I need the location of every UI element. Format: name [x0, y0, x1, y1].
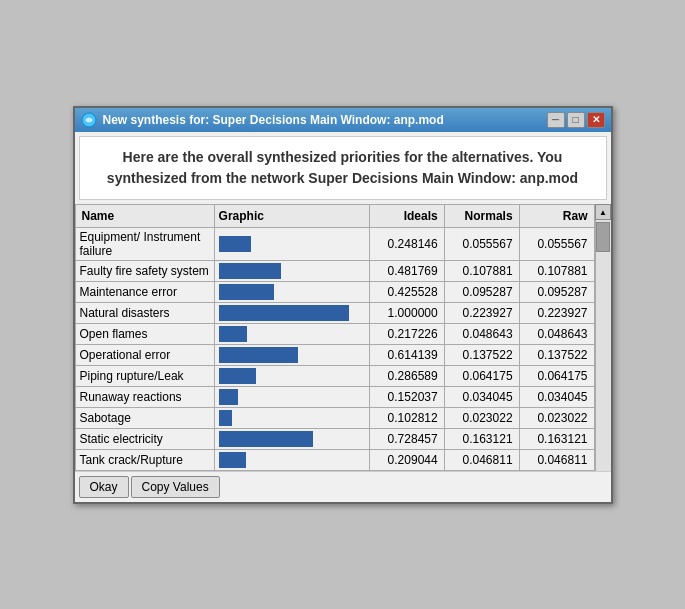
cell-ideals: 0.481769 [369, 260, 444, 281]
cell-normals: 0.163121 [444, 428, 519, 449]
cell-name: Runaway reactions [75, 386, 214, 407]
cell-name: Static electricity [75, 428, 214, 449]
bar-container [219, 368, 349, 384]
app-icon [81, 112, 97, 128]
bar-container [219, 305, 349, 321]
bar-container [219, 431, 349, 447]
priority-bar [219, 410, 232, 426]
cell-ideals: 0.152037 [369, 386, 444, 407]
cell-name: Operational error [75, 344, 214, 365]
cell-normals: 0.023022 [444, 407, 519, 428]
cell-bar [214, 227, 369, 260]
cell-bar [214, 344, 369, 365]
bar-container [219, 263, 349, 279]
bar-container [219, 347, 349, 363]
minimize-button[interactable]: ─ [547, 112, 565, 128]
cell-normals: 0.107881 [444, 260, 519, 281]
scroll-thumb[interactable] [596, 222, 610, 252]
table-row: Piping rupture/Leak0.2865890.0641750.064… [75, 365, 594, 386]
window-title: New synthesis for: Super Decisions Main … [103, 113, 444, 127]
cell-raw: 0.064175 [519, 365, 594, 386]
cell-name: Natural disasters [75, 302, 214, 323]
bar-container [219, 410, 349, 426]
cell-ideals: 0.286589 [369, 365, 444, 386]
table-row: Equipment/ Instrument failure0.2481460.0… [75, 227, 594, 260]
priority-bar [219, 368, 256, 384]
bar-container [219, 284, 349, 300]
cell-name: Faulty fire safety system [75, 260, 214, 281]
table-row: Sabotage0.1028120.0230220.023022 [75, 407, 594, 428]
cell-normals: 0.034045 [444, 386, 519, 407]
cell-ideals: 0.209044 [369, 449, 444, 470]
cell-ideals: 0.217226 [369, 323, 444, 344]
titlebar: New synthesis for: Super Decisions Main … [75, 108, 611, 132]
cell-raw: 0.163121 [519, 428, 594, 449]
table-row: Tank crack/Rupture0.2090440.0468110.0468… [75, 449, 594, 470]
cell-ideals: 0.248146 [369, 227, 444, 260]
cell-name: Open flames [75, 323, 214, 344]
col-header-raw: Raw [519, 204, 594, 227]
header-wrapper: Here are the overall synthesized priorit… [75, 136, 611, 200]
scrollbar[interactable]: ▲ [595, 204, 611, 471]
cell-raw: 0.223927 [519, 302, 594, 323]
cell-name: Sabotage [75, 407, 214, 428]
footer-bar: Okay Copy Values [75, 471, 611, 502]
cell-bar [214, 407, 369, 428]
cell-raw: 0.137522 [519, 344, 594, 365]
priority-bar [219, 326, 247, 342]
cell-normals: 0.223927 [444, 302, 519, 323]
cell-name: Maintenance error [75, 281, 214, 302]
bar-container [219, 452, 349, 468]
table-row: Static electricity0.7284570.1631210.1631… [75, 428, 594, 449]
scroll-up-button[interactable]: ▲ [595, 204, 611, 220]
close-button[interactable]: ✕ [587, 112, 605, 128]
priority-bar [219, 236, 251, 252]
cell-ideals: 0.614139 [369, 344, 444, 365]
table-row: Natural disasters1.0000000.2239270.22392… [75, 302, 594, 323]
cell-bar [214, 365, 369, 386]
col-header-normals: Normals [444, 204, 519, 227]
cell-bar [214, 302, 369, 323]
cell-ideals: 0.728457 [369, 428, 444, 449]
cell-name: Piping rupture/Leak [75, 365, 214, 386]
priority-bar [219, 305, 349, 321]
cell-raw: 0.107881 [519, 260, 594, 281]
cell-bar [214, 386, 369, 407]
cell-bar [214, 323, 369, 344]
bar-container [219, 236, 349, 252]
data-table: Name Graphic Ideals Normals Raw Equipmen… [75, 204, 595, 471]
main-window: New synthesis for: Super Decisions Main … [73, 106, 613, 504]
cell-normals: 0.137522 [444, 344, 519, 365]
maximize-button[interactable]: □ [567, 112, 585, 128]
cell-ideals: 0.425528 [369, 281, 444, 302]
col-header-ideals: Ideals [369, 204, 444, 227]
cell-ideals: 0.102812 [369, 407, 444, 428]
titlebar-left: New synthesis for: Super Decisions Main … [81, 112, 444, 128]
table-row: Operational error0.6141390.1375220.13752… [75, 344, 594, 365]
cell-normals: 0.046811 [444, 449, 519, 470]
priority-bar [219, 347, 299, 363]
table-row: Faulty fire safety system0.4817690.10788… [75, 260, 594, 281]
cell-bar [214, 449, 369, 470]
priority-bar [219, 431, 314, 447]
cell-raw: 0.048643 [519, 323, 594, 344]
copy-values-button[interactable]: Copy Values [131, 476, 220, 498]
priority-bar [219, 263, 282, 279]
table-container: Name Graphic Ideals Normals Raw Equipmen… [75, 204, 595, 471]
cell-name: Equipment/ Instrument failure [75, 227, 214, 260]
col-header-graphic: Graphic [214, 204, 369, 227]
cell-bar [214, 428, 369, 449]
okay-button[interactable]: Okay [79, 476, 129, 498]
table-row: Runaway reactions0.1520370.0340450.03404… [75, 386, 594, 407]
cell-bar [214, 260, 369, 281]
cell-normals: 0.095287 [444, 281, 519, 302]
table-row: Maintenance error0.4255280.0952870.09528… [75, 281, 594, 302]
cell-normals: 0.048643 [444, 323, 519, 344]
cell-normals: 0.055567 [444, 227, 519, 260]
cell-name: Tank crack/Rupture [75, 449, 214, 470]
cell-bar [214, 281, 369, 302]
cell-raw: 0.055567 [519, 227, 594, 260]
cell-raw: 0.095287 [519, 281, 594, 302]
cell-raw: 0.046811 [519, 449, 594, 470]
cell-raw: 0.034045 [519, 386, 594, 407]
